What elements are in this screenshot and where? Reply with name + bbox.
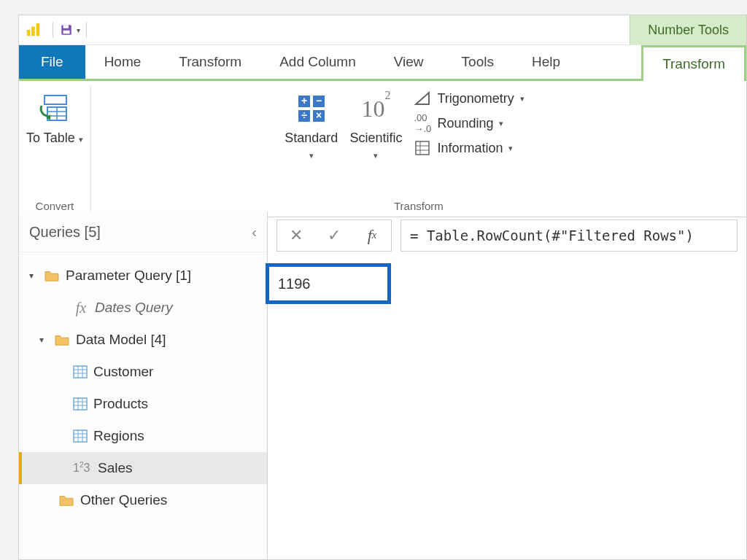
qat-customize-caret-icon[interactable]: ▾: [77, 26, 80, 34]
folder-other-queries[interactable]: Other Queries: [19, 484, 267, 516]
ribbon-group-transform: + − ÷ × Standard ▾ 102: [91, 85, 746, 217]
standard-button[interactable]: + − ÷ × Standard ▾: [285, 87, 338, 162]
powerbi-logo-icon: [25, 22, 41, 38]
query-customer[interactable]: Customer: [19, 356, 267, 388]
rounding-label: Rounding: [437, 116, 493, 131]
folder-parameter-query[interactable]: ▾ Parameter Query [1]: [19, 260, 267, 292]
folder-label: Other Queries: [80, 492, 167, 508]
query-regions[interactable]: Regions: [19, 420, 267, 452]
chevron-down-icon: ▾: [309, 151, 314, 160]
preview-area: ✕ ✓ fx = Table.RowCount(#"Filtered Rows"…: [268, 212, 746, 559]
tab-home[interactable]: Home: [85, 45, 160, 79]
svg-marker-20: [416, 93, 429, 104]
tab-view[interactable]: View: [375, 45, 443, 79]
chevron-down-icon: ▾: [520, 94, 525, 104]
group-label-transform: Transform: [394, 197, 444, 214]
to-table-icon: [39, 90, 71, 128]
svg-text:÷: ÷: [301, 109, 307, 121]
svg-rect-1: [31, 26, 35, 36]
formula-bar: ✕ ✓ fx = Table.RowCount(#"Filtered Rows"…: [268, 212, 746, 259]
queries-pane-header: Queries [5] ‹: [19, 212, 267, 252]
formula-bar-buttons: ✕ ✓ fx: [276, 219, 392, 252]
scalar-result-cell[interactable]: 1196: [266, 263, 391, 304]
number-icon: 123: [73, 461, 92, 475]
tab-transform[interactable]: Transform: [160, 45, 260, 79]
chevron-down-icon: ▾: [79, 135, 83, 144]
scientific-icon: 102: [361, 90, 390, 128]
trigonometry-label: Trigonometry: [437, 91, 514, 106]
standard-label: Standard: [285, 131, 338, 145]
chevron-down-icon: ▾: [374, 151, 378, 160]
queries-pane-title: Queries [5]: [29, 224, 101, 241]
information-button[interactable]: Information ▾: [414, 139, 552, 157]
cancel-edit-button[interactable]: ✕: [277, 220, 315, 251]
tab-help[interactable]: Help: [513, 45, 579, 79]
tab-file[interactable]: File: [19, 45, 85, 79]
table-icon: [73, 429, 88, 443]
to-table-button[interactable]: To Table ▾: [26, 87, 83, 147]
tab-tools[interactable]: Tools: [443, 45, 513, 79]
trigonometry-button[interactable]: Trigonometry ▾: [414, 90, 552, 107]
formula-input[interactable]: = Table.RowCount(#"Filtered Rows"): [400, 219, 738, 252]
scientific-button[interactable]: 102 Scientific ▾: [349, 87, 402, 162]
folder-icon: [44, 269, 60, 282]
folder-data-model[interactable]: ▾ Data Model [4]: [19, 324, 267, 356]
to-table-label: To Table: [26, 131, 75, 145]
contextual-tab-badge: Number Tools: [630, 15, 746, 44]
save-button[interactable]: [59, 23, 74, 37]
fx-icon: fx: [353, 220, 391, 251]
expand-triangle-icon: ▾: [29, 271, 38, 281]
group-label-convert: Convert: [36, 197, 74, 214]
svg-rect-0: [27, 30, 31, 36]
power-query-editor-window: ▾ Number Tools File Home Transform Add C…: [18, 15, 747, 560]
folder-icon: [54, 333, 70, 346]
information-label: Information: [437, 141, 503, 156]
svg-text:+: +: [301, 95, 307, 106]
query-label: Regions: [93, 428, 144, 444]
title-bar: ▾ Number Tools: [19, 15, 746, 45]
svg-rect-25: [74, 366, 87, 378]
query-dates-query[interactable]: fx Dates Query: [19, 292, 267, 324]
svg-rect-6: [44, 96, 66, 104]
ribbon-tabs: File Home Transform Add Column View Tool…: [19, 45, 746, 81]
queries-pane: Queries [5] ‹ ▾ Parameter Query [1] fx D…: [19, 212, 268, 559]
svg-rect-30: [74, 398, 87, 410]
query-label: Dates Query: [95, 300, 173, 316]
collapse-chevron-icon[interactable]: ‹: [252, 224, 257, 241]
trigonometry-icon: [414, 90, 431, 107]
svg-rect-5: [63, 31, 70, 34]
expand-triangle-icon: ▾: [39, 335, 48, 345]
query-sales[interactable]: 123 Sales: [19, 452, 267, 484]
ribbon-group-convert: To Table ▾ Convert: [19, 85, 91, 217]
workspace: Queries [5] ‹ ▾ Parameter Query [1] fx D…: [19, 212, 746, 559]
rounding-button[interactable]: .00→.0 Rounding ▾: [414, 114, 552, 132]
folder-icon: [58, 494, 74, 507]
chevron-down-icon: ▾: [499, 119, 503, 128]
svg-rect-2: [36, 23, 40, 36]
chevron-down-icon: ▾: [508, 144, 513, 153]
information-icon: [414, 139, 431, 157]
fx-icon: fx: [73, 300, 89, 316]
tab-add-column[interactable]: Add Column: [260, 45, 375, 79]
query-products[interactable]: Products: [19, 388, 267, 420]
commit-edit-button[interactable]: ✓: [315, 220, 353, 251]
table-icon: [73, 365, 88, 378]
svg-text:×: ×: [316, 109, 322, 121]
separator: [86, 22, 87, 38]
separator: [53, 22, 53, 38]
svg-rect-35: [74, 430, 87, 442]
standard-icon: + − ÷ ×: [295, 90, 328, 128]
queries-tree: ▾ Parameter Query [1] fx Dates Query ▾ D…: [19, 252, 267, 524]
folder-label: Parameter Query [1]: [66, 268, 191, 284]
scientific-label: Scientific: [349, 131, 402, 145]
folder-label: Data Model [4]: [76, 332, 166, 348]
svg-rect-21: [416, 141, 429, 155]
ribbon-body: To Table ▾ Convert +: [19, 81, 746, 217]
table-icon: [73, 397, 88, 411]
svg-rect-4: [63, 25, 69, 28]
svg-text:−: −: [316, 95, 322, 106]
query-label: Products: [93, 396, 148, 412]
tab-number-transform[interactable]: Transform: [641, 45, 746, 81]
rounding-icon: .00→.0: [414, 114, 431, 132]
query-label: Customer: [93, 364, 153, 380]
